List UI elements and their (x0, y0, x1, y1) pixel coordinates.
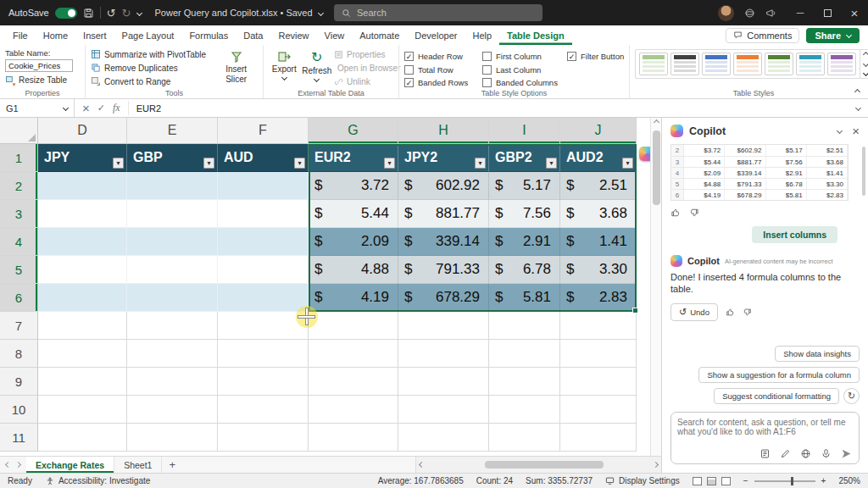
cell-h3[interactable]: $881.77 (398, 200, 489, 228)
summarize-pivottable-button[interactable]: Summarize with PivotTable (91, 48, 214, 60)
table-header-aud[interactable]: AUD (218, 144, 309, 172)
cell-d6[interactable] (38, 284, 127, 312)
filter-dropdown-icon[interactable] (203, 158, 214, 169)
cell[interactable] (218, 424, 309, 452)
gallery-more-icon[interactable] (863, 70, 868, 76)
cell-f6[interactable] (218, 284, 309, 312)
remove-duplicates-button[interactable]: Remove Duplicates (91, 62, 214, 74)
cell-j6[interactable]: $2.83 (560, 284, 637, 312)
search-input[interactable] (357, 8, 518, 18)
column-header-d[interactable]: D (38, 118, 127, 144)
cell-f2[interactable] (218, 172, 309, 200)
cell[interactable] (309, 312, 398, 340)
thumbs-down-icon[interactable] (743, 308, 752, 317)
cell[interactable] (127, 424, 218, 452)
cell-h4[interactable]: $339.14 (398, 228, 489, 256)
thumbs-up-icon[interactable] (670, 208, 681, 218)
resize-table-button[interactable]: Resize Table (5, 74, 80, 86)
display-settings-button[interactable]: Display Settings (605, 476, 680, 485)
gallery-down-icon[interactable] (863, 61, 868, 67)
column-header-e[interactable]: E (127, 118, 218, 144)
cell[interactable] (489, 424, 560, 452)
filter-dropdown-icon[interactable] (384, 158, 395, 169)
cell[interactable] (38, 368, 127, 396)
scroll-up-icon[interactable] (653, 119, 659, 125)
close-button[interactable] (841, 0, 868, 25)
cell[interactable] (218, 312, 309, 340)
first-column-checkbox[interactable]: First Column (482, 52, 567, 61)
notebook-pen-icon[interactable] (780, 448, 791, 459)
filter-dropdown-icon[interactable] (294, 158, 305, 169)
tab-file[interactable]: File (5, 25, 36, 45)
insert-slicer-button[interactable]: Insert Slicer (214, 48, 258, 87)
cell[interactable] (38, 396, 127, 424)
cell[interactable] (489, 396, 560, 424)
header-row-checkbox[interactable]: Header Row (404, 52, 482, 61)
thumbs-up-icon[interactable] (726, 308, 735, 317)
document-title[interactable]: Power Query and Copilot.xlsx • Saved (155, 8, 323, 18)
tab-help[interactable]: Help (465, 25, 499, 45)
cell[interactable] (560, 424, 637, 452)
scrollbar-thumb[interactable] (485, 461, 604, 469)
table-name-input[interactable] (5, 59, 73, 72)
cancel-icon[interactable] (82, 101, 90, 115)
thumbs-down-icon[interactable] (689, 208, 699, 218)
row-header-1[interactable]: 1 (0, 144, 38, 172)
comments-button[interactable]: Comments (726, 28, 799, 43)
undo-button[interactable]: Undo (670, 303, 718, 321)
cell[interactable] (398, 312, 489, 340)
tab-view[interactable]: View (317, 25, 353, 45)
vertical-scrollbar[interactable] (650, 118, 661, 456)
cell[interactable] (309, 368, 398, 396)
tab-page-layout[interactable]: Page Layout (114, 25, 182, 45)
cell[interactable] (560, 396, 637, 424)
sheet-tab-exchange-rates[interactable]: Exchange Rates (26, 457, 114, 473)
column-header-f[interactable]: F (218, 118, 309, 144)
zoom-level[interactable]: 250% (838, 476, 860, 485)
status-count[interactable]: Count: 24 (476, 476, 513, 485)
copilot-input-box[interactable] (670, 412, 860, 464)
cell[interactable] (38, 340, 127, 368)
column-header-j[interactable]: J (560, 118, 637, 144)
cell-j2[interactable]: $2.51 (560, 172, 637, 200)
normal-view-icon[interactable] (693, 477, 702, 485)
cell-g5[interactable]: $4.88 (309, 256, 398, 284)
cell-e6[interactable] (127, 284, 218, 312)
filter-dropdown-icon[interactable] (622, 158, 633, 169)
row-header-11[interactable]: 11 (0, 424, 38, 452)
row-header-8[interactable]: 8 (0, 340, 38, 368)
close-pane-icon[interactable] (852, 125, 860, 137)
cell[interactable] (489, 340, 560, 368)
tab-review[interactable]: Review (270, 25, 316, 45)
table-styles-gallery[interactable] (636, 50, 860, 78)
table-style-swatch[interactable] (765, 53, 793, 75)
search-bar[interactable] (334, 4, 542, 21)
megaphone-icon[interactable] (765, 8, 776, 19)
tab-home[interactable]: Home (36, 25, 75, 45)
fill-handle[interactable] (632, 308, 638, 313)
row-header-10[interactable]: 10 (0, 396, 38, 424)
cell-e5[interactable] (127, 256, 218, 284)
row-header-7[interactable]: 7 (0, 312, 38, 340)
prompt-guide-icon[interactable] (760, 448, 771, 459)
suggestion-conditional-formatting[interactable]: Suggest conditional formatting (714, 388, 839, 404)
cell-i6[interactable]: $5.81 (489, 284, 560, 312)
copilot-input[interactable] (677, 418, 853, 445)
expand-pane-icon[interactable] (837, 128, 843, 134)
cell-g2[interactable]: $3.72 (309, 172, 398, 200)
table-header-gbp2[interactable]: GBP2 (489, 144, 560, 172)
table-header-eur2[interactable]: EUR2 (309, 144, 398, 172)
cell[interactable] (218, 368, 309, 396)
tab-table-design[interactable]: Table Design (499, 25, 572, 45)
column-header-h[interactable]: H (398, 118, 489, 144)
banded-rows-checkbox[interactable]: Banded Rows (404, 78, 482, 87)
share-button[interactable]: Share (806, 28, 860, 43)
table-header-aud2[interactable]: AUD2 (560, 144, 637, 172)
last-column-checkbox[interactable]: Last Column (482, 65, 567, 75)
zoom-slider[interactable] (754, 480, 815, 482)
sheet-nav-left-icon[interactable] (5, 462, 11, 468)
filter-dropdown-icon[interactable] (113, 158, 124, 169)
cell[interactable] (127, 312, 218, 340)
page-break-view-icon[interactable] (721, 477, 731, 485)
account-avatar[interactable] (718, 5, 734, 21)
